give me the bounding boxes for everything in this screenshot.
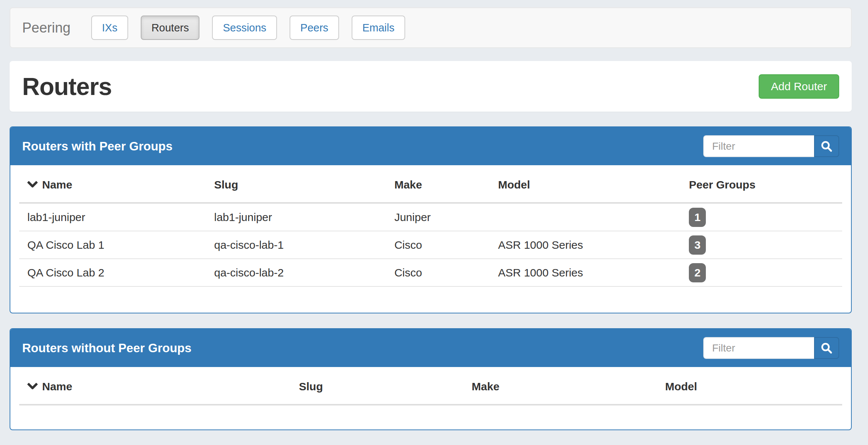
- router-model-cell: [490, 203, 681, 231]
- nav-button-emails[interactable]: Emails: [352, 16, 405, 40]
- nav-button-sessions[interactable]: Sessions: [212, 16, 277, 40]
- panel-title: Routers without Peer Groups: [22, 341, 191, 355]
- top-navbar: Peering IXs Routers Sessions Peers Email…: [10, 7, 852, 48]
- nav-button-routers[interactable]: Routers: [141, 16, 200, 40]
- filter-group: [703, 135, 839, 157]
- router-name-cell: QA Cisco Lab 2: [19, 259, 206, 286]
- panel-body: Name Slug Make Model Peer Groups lab1-ju…: [10, 165, 851, 313]
- router-make-cell: Cisco: [386, 259, 490, 286]
- nav-button-ixs[interactable]: IXs: [91, 16, 128, 40]
- column-header-model[interactable]: Model: [657, 367, 842, 405]
- page-container: Peering IXs Routers Sessions Peers Email…: [10, 7, 852, 430]
- search-button[interactable]: [814, 135, 839, 157]
- column-header-peer-groups[interactable]: Peer Groups: [681, 165, 842, 203]
- panel-heading: Routers without Peer Groups: [10, 329, 851, 367]
- table-row: lab1-juniper lab1-juniper Juniper 1: [19, 203, 842, 231]
- brand-link[interactable]: Peering: [22, 20, 71, 36]
- router-slug-cell: lab1-juniper: [206, 203, 386, 231]
- table-header-row: Name Slug Make Model: [19, 367, 842, 405]
- peer-groups-count-badge: 1: [689, 208, 706, 227]
- peer-groups-count-badge: 2: [689, 263, 706, 282]
- column-header-name[interactable]: Name: [19, 165, 206, 203]
- router-slug-cell: qa-cisco-lab-1: [206, 231, 386, 259]
- column-header-slug[interactable]: Slug: [291, 367, 464, 405]
- table-row: QA Cisco Lab 1 qa-cisco-lab-1 Cisco ASR …: [19, 231, 842, 259]
- column-header-make[interactable]: Make: [464, 367, 657, 405]
- router-model-cell: ASR 1000 Series: [490, 259, 681, 286]
- nav-button-peers[interactable]: Peers: [290, 16, 339, 40]
- router-name-cell: QA Cisco Lab 1: [19, 231, 206, 259]
- add-router-button[interactable]: Add Router: [759, 74, 839, 99]
- table-row: QA Cisco Lab 2 qa-cisco-lab-2 Cisco ASR …: [19, 259, 842, 286]
- router-make-cell: Cisco: [386, 231, 490, 259]
- filter-input[interactable]: [703, 337, 814, 359]
- routers-with-peer-groups-table: Name Slug Make Model Peer Groups lab1-ju…: [19, 165, 842, 287]
- column-header-model[interactable]: Model: [490, 165, 681, 203]
- router-make-cell: Juniper: [386, 203, 490, 231]
- page-title: Routers: [22, 72, 112, 101]
- router-peer-groups-cell: 1: [681, 203, 842, 231]
- table-header-row: Name Slug Make Model Peer Groups: [19, 165, 842, 203]
- magnifier-icon: [820, 140, 833, 153]
- panel-title: Routers with Peer Groups: [22, 139, 172, 153]
- peer-groups-count-badge: 3: [689, 235, 706, 255]
- column-header-name[interactable]: Name: [19, 367, 291, 405]
- routers-without-peer-groups-table: Name Slug Make Model: [19, 367, 842, 405]
- router-model-cell: ASR 1000 Series: [490, 231, 681, 259]
- panel-body: Name Slug Make Model: [10, 367, 851, 429]
- filter-group: [703, 337, 839, 359]
- sort-caret-down-icon: [27, 383, 38, 390]
- magnifier-icon: [820, 342, 833, 354]
- filter-input[interactable]: [703, 135, 814, 157]
- router-peer-groups-cell: 2: [681, 259, 842, 286]
- column-header-slug[interactable]: Slug: [206, 165, 386, 203]
- routers-without-peer-groups-panel: Routers without Peer Groups: [10, 328, 852, 430]
- router-peer-groups-cell: 3: [681, 231, 842, 259]
- column-header-make[interactable]: Make: [386, 165, 490, 203]
- router-name-cell: lab1-juniper: [19, 203, 206, 231]
- panel-heading: Routers with Peer Groups: [10, 127, 851, 165]
- page-header-card: Routers Add Router: [10, 61, 852, 112]
- sort-caret-down-icon: [27, 181, 38, 188]
- router-slug-cell: qa-cisco-lab-2: [206, 259, 386, 286]
- routers-with-peer-groups-panel: Routers with Peer Groups: [10, 126, 852, 313]
- search-button[interactable]: [814, 337, 839, 359]
